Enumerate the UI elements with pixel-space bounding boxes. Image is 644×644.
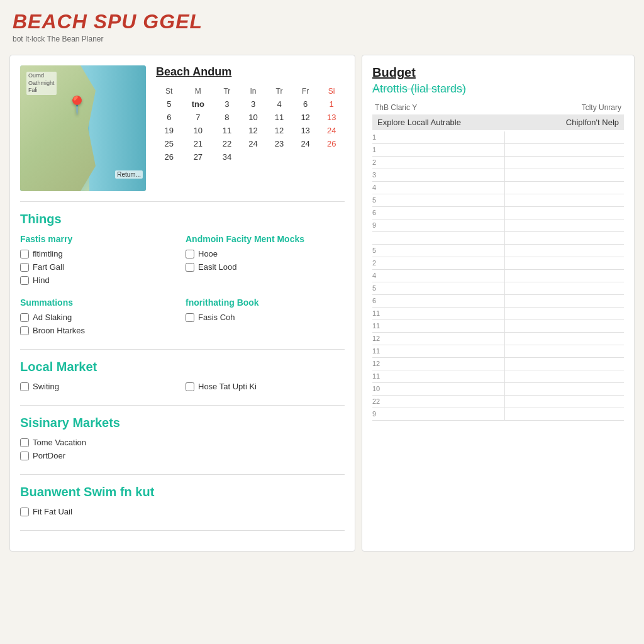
row-cell-left[interactable] <box>385 370 505 382</box>
row-cell-left[interactable] <box>385 207 505 219</box>
row-cell-left[interactable] <box>385 157 505 169</box>
row-cell-right[interactable] <box>505 370 625 382</box>
row-cell-left[interactable] <box>385 320 505 332</box>
row-cell-right[interactable] <box>505 345 625 357</box>
row-cell-left[interactable] <box>385 232 505 244</box>
checkbox-hooe-input[interactable] <box>186 250 194 258</box>
row-cell-right[interactable] <box>505 408 625 420</box>
row-cell-left[interactable] <box>385 308 505 319</box>
checkbox-portdoer-input[interactable] <box>20 452 29 460</box>
checkbox-switing[interactable]: Switing <box>20 382 179 391</box>
budget-category-label: Explore Locall Autrable <box>377 118 461 127</box>
checkbox-fasis-coh[interactable]: Fasis Coh <box>186 313 345 322</box>
row-number: 22 <box>372 396 385 408</box>
row-cell-right[interactable] <box>505 207 625 219</box>
row-cell-right[interactable] <box>505 194 625 206</box>
cal-cell: 26 <box>318 137 345 150</box>
checkbox-fart-gall-input[interactable] <box>20 263 29 272</box>
row-cell-right[interactable] <box>505 257 625 269</box>
row-cell-right[interactable] <box>505 383 625 395</box>
checkbox-easit-lood[interactable]: Easit Lood <box>186 262 345 272</box>
row-cell-right[interactable] <box>505 245 625 257</box>
map-label-top: OurndOathmightFali <box>26 72 57 95</box>
checkbox-ad-slaking[interactable]: Ad Slaking <box>20 313 179 322</box>
page-header: BEACH SPU GGEL bot It·lock The Bean Plan… <box>0 0 644 48</box>
checkbox-switing-label: Switing <box>33 382 59 391</box>
row-cell-right[interactable] <box>505 219 625 231</box>
checkbox-fltimtling-input[interactable] <box>20 250 29 258</box>
page-subtitle: bot It·lock The Bean Planer <box>13 35 631 43</box>
row-cell-right[interactable] <box>505 144 625 156</box>
row-cell-left[interactable] <box>385 396 505 408</box>
row-cell-left[interactable] <box>385 194 505 206</box>
row-cell-left[interactable] <box>385 270 505 282</box>
checkbox-ad-slaking-input[interactable] <box>20 313 29 322</box>
row-cell-right[interactable] <box>505 182 625 194</box>
cal-cell: 24 <box>292 137 319 150</box>
checkbox-hind-input[interactable] <box>20 276 29 285</box>
checkbox-broon-htarkes[interactable]: Broon Htarkes <box>20 326 179 335</box>
checkbox-fltimtling-label: fltimtling <box>33 249 63 258</box>
row-cell-left[interactable] <box>385 408 505 420</box>
row-number: 1 <box>372 131 385 143</box>
checkbox-broon-htarkes-input[interactable] <box>20 326 29 335</box>
row-number: 11 <box>372 308 385 319</box>
row-cell-right[interactable] <box>505 358 625 370</box>
budget-row: 3 <box>372 169 624 182</box>
row-cell-right[interactable] <box>505 157 625 169</box>
row-cell-right[interactable] <box>505 131 625 143</box>
checkbox-tome-vacation[interactable]: Tome Vacation <box>20 438 345 447</box>
checkbox-switing-input[interactable] <box>20 382 29 391</box>
budget-subtitle: Atrottis (lial stards) <box>372 82 624 96</box>
checkbox-fit-fat-input[interactable] <box>20 508 29 516</box>
cal-cell: 3 <box>240 97 267 111</box>
row-cell-left[interactable] <box>385 333 505 345</box>
cal-cell: 27 <box>182 150 214 164</box>
row-cell-left[interactable] <box>385 144 505 156</box>
local-market-title: Local Market <box>20 360 345 374</box>
checkbox-tome-vacation-input[interactable] <box>20 438 29 447</box>
checkbox-fit-fat-label: Fit Fat Uail <box>33 507 72 516</box>
row-cell-left[interactable] <box>385 282 505 294</box>
budget-row: 5 <box>372 245 624 257</box>
checkbox-hooe[interactable]: Hooe <box>186 249 345 258</box>
map-container: 📍 OurndOathmightFali Retum... <box>20 65 146 191</box>
row-cell-left[interactable] <box>385 131 505 143</box>
row-number: 6 <box>372 207 385 219</box>
checkbox-hose-tat-input[interactable] <box>186 382 194 391</box>
row-cell-left[interactable] <box>385 182 505 194</box>
checkbox-fasis-coh-input[interactable] <box>186 313 194 322</box>
checkbox-easit-lood-input[interactable] <box>186 263 194 272</box>
checkbox-hind[interactable]: Hind <box>20 275 179 285</box>
fnorithating-title: fnorithating Book <box>186 297 345 308</box>
row-cell-right[interactable] <box>505 308 625 319</box>
row-cell-right[interactable] <box>505 320 625 332</box>
row-cell-right[interactable] <box>505 169 625 181</box>
main-layout: 📍 OurndOathmightFali Retum... Beach Andu… <box>0 48 644 558</box>
row-cell-left[interactable] <box>385 358 505 370</box>
row-cell-right[interactable] <box>505 232 625 244</box>
row-cell-right[interactable] <box>505 295 625 307</box>
row-cell-left[interactable] <box>385 219 505 231</box>
summations-col-2: fnorithating Book Fasis Coh <box>186 297 345 339</box>
cal-header-mo: M <box>182 85 214 97</box>
row-number: 10 <box>372 383 385 395</box>
row-cell-right[interactable] <box>505 333 625 345</box>
row-cell-left[interactable] <box>385 169 505 181</box>
buanwent-section: Buanwent Swim fn kut Fit Fat Uail <box>20 485 345 531</box>
checkbox-hose-tat[interactable]: Hose Tat Upti Ki <box>186 382 345 391</box>
row-cell-right[interactable] <box>505 282 625 294</box>
row-cell-left[interactable] <box>385 383 505 395</box>
checkbox-fit-fat[interactable]: Fit Fat Uail <box>20 507 345 516</box>
checkbox-fltimtling[interactable]: fltimtling <box>20 249 179 258</box>
checkbox-portdoer[interactable]: PortDoer <box>20 451 345 460</box>
row-cell-left[interactable] <box>385 345 505 357</box>
checkbox-fart-gall[interactable]: Fart Gall <box>20 262 179 272</box>
row-cell-right[interactable] <box>505 270 625 282</box>
row-cell-left[interactable] <box>385 245 505 257</box>
cal-cell: 6 <box>156 111 182 124</box>
row-cell-left[interactable] <box>385 257 505 269</box>
row-cell-left[interactable] <box>385 295 505 307</box>
row-cell-right[interactable] <box>505 396 625 408</box>
cal-cell: 12 <box>292 111 319 124</box>
